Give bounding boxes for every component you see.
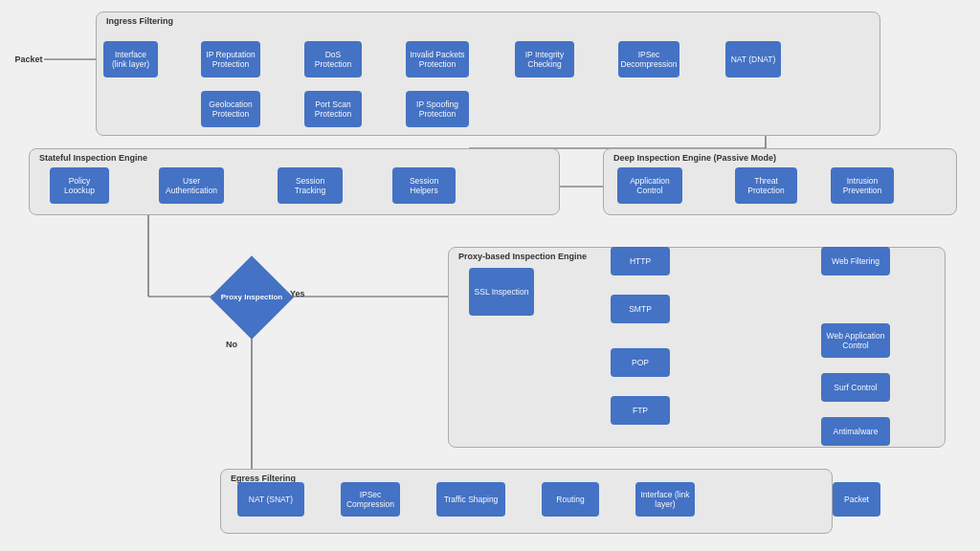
main-diagram: Ingress Filtering Packet Interface (link… xyxy=(0,0,980,551)
port-scan-node: Port Scan Protection xyxy=(304,91,362,127)
policy-lookup-node: Policy Loockup xyxy=(50,167,109,204)
invalid-packets-node: Invalid Packets Protection xyxy=(406,41,469,77)
ip-reputation-node: IP Reputation Protection xyxy=(201,41,260,77)
interface-in-node: Interface (link layer) xyxy=(103,41,158,77)
app-control-node: Application Control xyxy=(617,167,682,204)
ssl-inspection-node: SSL Inspection xyxy=(469,268,534,316)
egress-section: Egress Filtering xyxy=(220,469,833,534)
web-filtering-node: Web Filtering xyxy=(821,247,890,276)
ip-spoofing-node: IP Spoofing Protection xyxy=(406,91,469,127)
session-helpers-node: Session Helpers xyxy=(392,167,456,204)
yes-label: Yes xyxy=(290,289,305,298)
ipsec-decomp-node: IPSec Decompression xyxy=(618,41,679,77)
traffic-shaping-node: Traffic Shaping xyxy=(436,482,505,517)
session-tracking-node: Session Tracking xyxy=(278,167,343,204)
ip-integrity-node: IP Integrity Checking xyxy=(515,41,574,77)
packet-out-box: Packet xyxy=(833,482,880,517)
ipsec-comp-node: IPSec Compression xyxy=(341,482,400,517)
dos-node: DoS Protection xyxy=(304,41,362,77)
routing-node: Routing xyxy=(542,482,599,517)
nat-dnat-node: NAT (DNAT) xyxy=(725,41,781,77)
proxy-label: Proxy-based Inspection Engine xyxy=(458,252,587,261)
ftp-node: FTP xyxy=(611,396,670,425)
ingress-label: Ingress Filtering xyxy=(106,16,173,26)
threat-protection-node: Threat Protection xyxy=(735,167,797,204)
proxy-inspection-diamond: Proxy Inspection xyxy=(218,264,285,331)
web-app-control-node: Web Application Control xyxy=(821,323,890,358)
intrusion-prev-node: Intrusion Prevention xyxy=(831,167,894,204)
stateful-label: Stateful Inspection Engine xyxy=(39,153,147,163)
geolocation-node: Geolocation Protection xyxy=(201,91,260,127)
http-node: HTTP xyxy=(611,247,670,276)
antimalware-node: Antimalware xyxy=(821,417,890,446)
deep-label: Deep Inspection Engine (Passive Mode) xyxy=(613,153,776,163)
user-auth-node: User Authentication xyxy=(159,167,224,204)
interface-out-node: Interface (link layer) xyxy=(635,482,695,517)
no-label: No xyxy=(226,340,237,349)
smtp-node: SMTP xyxy=(611,295,670,323)
pop-node: POP xyxy=(611,348,670,377)
packet-in-label: Packet xyxy=(5,48,53,71)
nat-snat-node: NAT (SNAT) xyxy=(237,482,304,517)
surf-control-node: Surf Control xyxy=(821,373,890,402)
